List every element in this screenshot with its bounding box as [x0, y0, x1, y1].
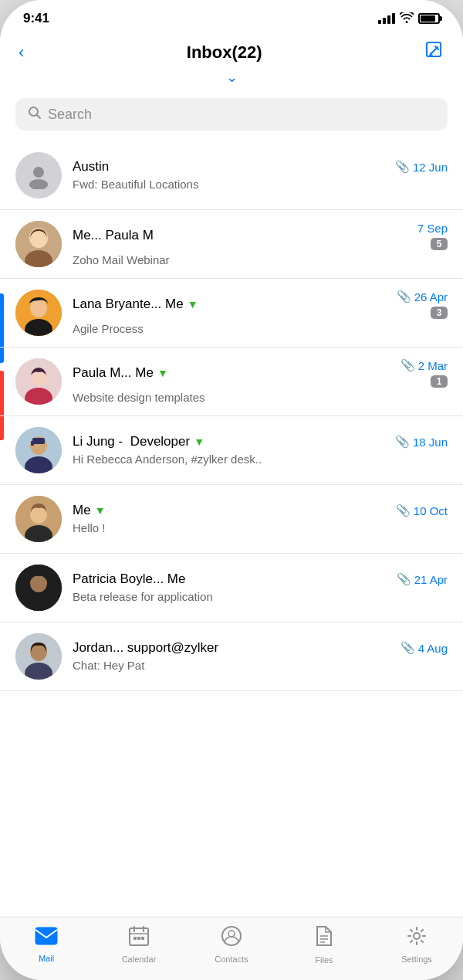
mail-sender: Paula M... Me ▼ [73, 365, 168, 381]
search-container: Search [0, 90, 463, 141]
email-badge: 3 [431, 307, 448, 319]
mail-meta: 📎 2 Mar 1 [400, 358, 448, 388]
mail-top: Li Jung - Developer ▼ 📎 18 Jun [73, 434, 448, 449]
mail-top: Jordan... support@zylker 📎 4 Aug [73, 640, 448, 656]
mail-date: 📎 26 Apr [397, 290, 448, 303]
mail-subject: Fwd: Beautiful Locations [73, 178, 198, 191]
list-item[interactable]: Austin 📎 12 Jun Fwd: Beautiful Locations [0, 141, 463, 210]
attachment-icon: 📎 [397, 572, 411, 586]
mail-top: Paula M... Me ▼ 📎 2 Mar 1 [73, 358, 448, 388]
svg-point-4 [29, 179, 48, 189]
nav-item-mail[interactable]: Mail [19, 927, 73, 963]
svg-rect-34 [133, 937, 137, 940]
svg-line-2 [37, 115, 41, 119]
flag-icon: ▼ [194, 436, 204, 448]
flag-icon: ▼ [188, 298, 198, 310]
mail-content: Me... Paula M 7 Sep 5 Zoho Mail Webinar [73, 222, 448, 267]
mail-content: Paula M... Me ▼ 📎 2 Mar 1 Website design… [73, 358, 448, 405]
svg-point-38 [228, 931, 235, 937]
mail-subject: Website design templates [73, 391, 204, 404]
list-item[interactable]: Li Jung - Developer ▼ 📎 18 Jun Hi Rebecc… [0, 416, 463, 485]
attachment-icon: 📎 [395, 435, 410, 449]
mail-sender: Me ▼ [73, 503, 105, 518]
mail-content: Austin 📎 12 Jun Fwd: Beautiful Locations [73, 159, 448, 192]
mail-top: Me... Paula M 7 Sep 5 [73, 222, 448, 250]
mail-subject: Zoho Mail Webinar [73, 253, 170, 266]
mail-meta: 📎 10 Oct [396, 504, 448, 517]
avatar [15, 427, 62, 473]
list-item[interactable]: Lana Bryante... Me ▼ 📎 26 Apr 3 Agile Pr… [0, 279, 463, 348]
mail-meta: 📎 4 Aug [400, 641, 448, 655]
mail-subject: Beta release for application [73, 590, 213, 603]
mail-subject: Hello ! [73, 521, 106, 534]
svg-point-11 [30, 299, 47, 317]
avatar [15, 633, 62, 680]
search-input[interactable]: Search [48, 107, 92, 123]
svg-rect-35 [137, 937, 140, 940]
mail-meta: 📎 18 Jun [395, 435, 448, 449]
bottom-nav: Mail Calendar [0, 917, 463, 980]
battery-icon [418, 13, 440, 24]
list-item[interactable]: Patricia Boyle... Me 📎 21 Apr Beta relea… [0, 554, 463, 622]
mail-sender: Austin [73, 159, 109, 175]
list-item[interactable]: Me... Paula M 7 Sep 5 Zoho Mail Webinar [0, 210, 463, 279]
avatar [15, 496, 62, 542]
header: ‹ Inbox(22) ⌄ [0, 31, 463, 90]
mail-date: 📎 18 Jun [395, 435, 448, 449]
nav-item-contacts[interactable]: Contacts [204, 926, 259, 964]
flag-icon: ▼ [157, 367, 168, 379]
mail-content: Lana Bryante... Me ▼ 📎 26 Apr 3 Agile Pr… [73, 290, 448, 336]
list-item[interactable]: Me ▼ 📎 10 Oct Hello ! [0, 485, 463, 554]
svg-rect-29 [35, 927, 57, 944]
calendar-icon [129, 926, 149, 951]
back-button[interactable]: ‹ [19, 39, 30, 66]
mail-date: 📎 10 Oct [396, 504, 448, 517]
svg-point-8 [30, 231, 47, 248]
status-icons [378, 12, 440, 25]
files-icon [315, 925, 333, 952]
mail-meta: 📎 12 Jun [395, 160, 448, 174]
search-bar[interactable]: Search [15, 98, 448, 131]
settings-icon [407, 926, 427, 951]
mail-meta: 📎 26 Apr 3 [397, 290, 448, 319]
mail-sender: Patricia Boyle... Me [73, 571, 185, 587]
mail-date: 📎 12 Jun [395, 160, 448, 174]
svg-point-3 [33, 167, 44, 178]
mail-sender: Lana Bryante... Me ▼ [73, 297, 198, 312]
mail-sender: Li Jung - Developer ▼ [73, 434, 204, 449]
mail-content: Patricia Boyle... Me 📎 21 Apr Beta relea… [73, 571, 448, 604]
list-item[interactable]: Paula M... Me ▼ 📎 2 Mar 1 Website design… [0, 348, 463, 416]
mail-subject: Chat: Hey Pat [73, 659, 144, 672]
nav-label-mail: Mail [39, 954, 54, 963]
page-title: Inbox(22) [187, 42, 262, 63]
svg-rect-19 [31, 441, 34, 446]
attachment-icon: 📎 [395, 160, 410, 174]
status-time: 9:41 [23, 11, 49, 26]
attachment-icon: 📎 [400, 358, 415, 372]
avatar [15, 152, 62, 198]
avatar [15, 221, 62, 267]
chevron-down-icon[interactable]: ⌄ [226, 69, 238, 86]
nav-item-calendar[interactable]: Calendar [112, 926, 166, 964]
svg-point-42 [414, 933, 420, 939]
status-bar: 9:41 [0, 0, 463, 31]
mail-list: Austin 📎 12 Jun Fwd: Beautiful Locations [0, 141, 463, 917]
nav-item-files[interactable]: Files [297, 925, 351, 965]
phone-frame: 9:41 ‹ Inbox(2 [0, 0, 463, 980]
mail-icon [35, 927, 58, 951]
list-item[interactable]: Jordan... support@zylker 📎 4 Aug Chat: H… [0, 622, 463, 691]
mail-sender: Me... Paula M [73, 228, 154, 243]
nav-label-calendar: Calendar [122, 955, 157, 964]
avatar [15, 290, 62, 336]
compose-button[interactable] [418, 37, 444, 67]
flag-icon: ▼ [95, 504, 106, 517]
email-badge: 1 [431, 375, 448, 388]
avatar [15, 565, 62, 611]
mail-top: Patricia Boyle... Me 📎 21 Apr [73, 571, 448, 587]
mail-date: 📎 2 Mar [400, 358, 448, 372]
mail-content: Me ▼ 📎 10 Oct Hello ! [73, 503, 448, 535]
nav-label-settings: Settings [401, 955, 432, 964]
nav-item-settings[interactable]: Settings [390, 926, 444, 964]
mail-content: Li Jung - Developer ▼ 📎 18 Jun Hi Rebecc… [73, 434, 448, 466]
mail-content: Jordan... support@zylker 📎 4 Aug Chat: H… [73, 640, 448, 673]
